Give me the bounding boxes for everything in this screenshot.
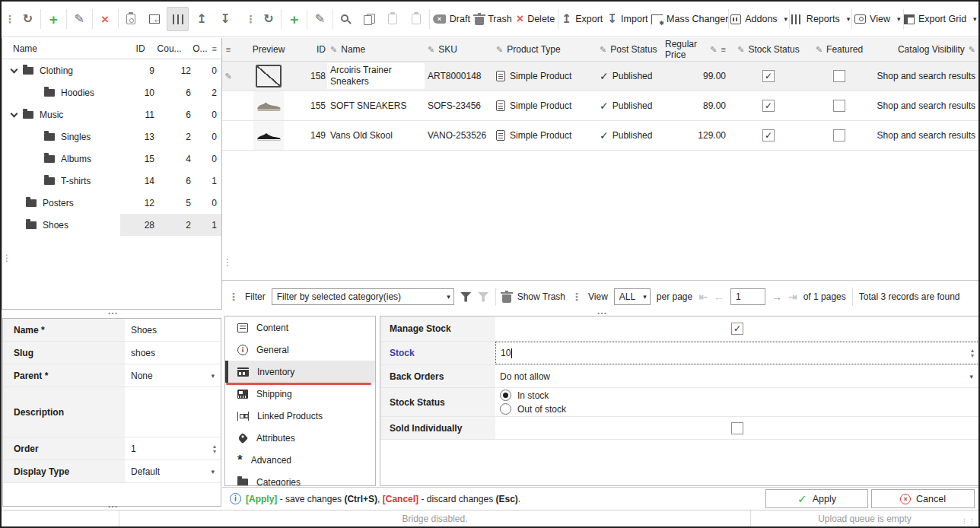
tab-attributes[interactable]: Attributes [225, 427, 375, 449]
stock-status-cell[interactable] [732, 129, 805, 142]
product-type[interactable]: Simple Product [493, 100, 597, 111]
view-button[interactable]: View▾ [854, 7, 902, 31]
col-product-type[interactable]: ✎Product Type [493, 44, 597, 55]
product-name-cell[interactable]: Arcoiris Trainer Sneakers [327, 63, 425, 89]
download-categories-button[interactable]: ↧ [214, 7, 236, 31]
filter-select[interactable]: Filter by selected category(ies) ▾ [272, 288, 454, 305]
reports-button[interactable]: Reports▾ [791, 7, 850, 31]
tab-advanced[interactable]: *Advanced [225, 449, 375, 471]
col-regular-price[interactable]: Regular Price✎≡ [662, 39, 732, 60]
add-product-button[interactable]: + [283, 7, 305, 31]
apply-button[interactable]: ✓Apply [765, 489, 868, 508]
catalog-visibility[interactable]: Shop and search results [873, 71, 978, 81]
tab-categories[interactable]: Categories [225, 471, 375, 486]
manage-stock-checkbox[interactable] [731, 323, 743, 335]
radio-selected-icon[interactable] [500, 390, 511, 401]
last-page-button[interactable]: ⇥ [788, 291, 797, 303]
product-sku[interactable]: SOFS-23456 [425, 100, 493, 111]
product-type[interactable]: Simple Product [493, 71, 597, 81]
col-post-status[interactable]: ✎Post Status [597, 44, 662, 55]
stock-status-cell[interactable] [732, 100, 805, 112]
cancel-button[interactable]: Cancel [871, 489, 975, 508]
regular-price[interactable]: 89.00 [662, 100, 732, 111]
clear-filter-icon[interactable] [478, 292, 489, 302]
product-row-149[interactable]: 149 Vans Old Skool VANO-253526 Simple Pr… [222, 121, 978, 151]
tree-row-music[interactable]: Music 11 6 0 [2, 103, 221, 126]
stock-status-cell[interactable] [732, 70, 805, 82]
first-page-button[interactable]: ⇤ [698, 291, 708, 303]
splitter-grip[interactable]: ⋮ [2, 253, 11, 263]
export-grid-button[interactable]: Export Grid▾ [905, 7, 976, 31]
col-featured[interactable]: ✎Featured [805, 44, 873, 55]
product-row-158[interactable]: ✎ 158 Arcoiris Trainer Sneakers ART80001… [222, 62, 978, 91]
delete-button[interactable]: ×Delete [515, 7, 556, 31]
col-stock-status[interactable]: ✎Stock Status [732, 44, 805, 55]
back-orders-select[interactable]: Do not allow▾ [495, 365, 979, 387]
refresh-products-button[interactable]: ↻ [257, 7, 279, 31]
category-order-stepper[interactable]: 1▴▾ [125, 437, 221, 460]
tree-row-albums[interactable]: Albums 15 4 0 [2, 148, 221, 170]
tree-col-name[interactable]: Name [2, 43, 115, 54]
col-sku[interactable]: ✎SKU [425, 44, 493, 55]
product-name-cell[interactable]: Vans Old Skool [327, 130, 425, 141]
featured-cell[interactable] [805, 70, 873, 82]
show-trash-label[interactable]: Show Trash [517, 291, 565, 302]
col-catalog-visibility[interactable]: Catalog Visibility✎ [873, 44, 978, 55]
tree-col-order[interactable]: O... [182, 43, 212, 54]
preview-clipboard-button[interactable] [119, 7, 142, 31]
edit-category-button[interactable]: ✎ [68, 7, 91, 31]
featured-checkbox[interactable] [833, 129, 845, 142]
tab-general[interactable]: General [225, 339, 375, 361]
splitter-handle[interactable]: ... [108, 306, 118, 316]
featured-checkbox[interactable] [833, 70, 845, 82]
spinner-arrows-icon[interactable]: ▴▾ [971, 344, 974, 362]
out-of-stock-option[interactable]: Out of stock [500, 403, 566, 415]
paste-button[interactable] [382, 7, 404, 31]
image-adjust-button[interactable] [143, 7, 165, 31]
tree-row-posters[interactable]: Posters 12 5 0 [2, 192, 221, 214]
featured-cell[interactable] [805, 129, 873, 142]
stock-status-checkbox[interactable] [762, 129, 775, 142]
edit-product-button[interactable]: ✎ [309, 7, 331, 31]
stock-status-checkbox[interactable] [762, 70, 775, 82]
product-row-155[interactable]: 155 SOFT SNEAKERS SOFS-23456 Simple Prod… [222, 91, 978, 121]
add-category-button[interactable]: + [43, 7, 65, 31]
product-preview[interactable] [234, 65, 303, 87]
tab-inventory[interactable]: Inventory [225, 361, 375, 383]
catalog-visibility[interactable]: Shop and search results [873, 100, 978, 111]
splitter-handle[interactable]: ... [597, 306, 607, 316]
apply-filter-icon[interactable] [460, 292, 472, 302]
tree-row-hoodies[interactable]: Hoodies 10 6 2 [2, 81, 221, 103]
import-button[interactable]: ↧Import [606, 7, 649, 31]
tree-row-singles[interactable]: Singles 13 2 0 [2, 126, 221, 148]
product-sku[interactable]: VANO-253526 [425, 130, 493, 141]
next-page-button[interactable]: → [772, 291, 782, 303]
export-button[interactable]: ↥Export [560, 7, 604, 31]
addons-button[interactable]: Addons▾ [730, 7, 788, 31]
tab-shipping[interactable]: Shipping [225, 383, 375, 405]
sort-icon[interactable]: ≡ [212, 44, 221, 53]
radio-icon[interactable] [500, 403, 511, 415]
mass-changer-button[interactable]: Mass Changer [653, 7, 727, 31]
chevron-down-icon[interactable] [11, 65, 18, 73]
product-sku[interactable]: ART8000148 [425, 71, 493, 81]
splitter-grip[interactable]: ⋮ [223, 257, 232, 268]
featured-cell[interactable] [805, 100, 873, 112]
toolbar-grip[interactable]: ⋮ [5, 14, 15, 24]
category-display-type-select[interactable]: Default▾ [125, 460, 221, 482]
product-name-cell[interactable]: SOFT SNEAKERS [327, 100, 425, 111]
col-preview[interactable]: Preview [234, 44, 303, 55]
copy-button[interactable] [358, 7, 380, 31]
category-parent-select[interactable]: None▾ [125, 364, 221, 386]
tree-col-id[interactable]: ID [115, 43, 145, 54]
product-type[interactable]: Simple Product [493, 130, 597, 141]
upload-categories-button[interactable]: ↥ [190, 7, 212, 31]
toggle-columns-button[interactable] [167, 7, 189, 31]
product-preview[interactable] [234, 121, 303, 150]
col-name[interactable]: ✎Name [327, 44, 425, 55]
refresh-categories-button[interactable]: ↻ [17, 7, 39, 31]
tree-col-count[interactable]: Cou... [145, 43, 182, 54]
tab-linked-products[interactable]: Linked Products [225, 405, 375, 427]
delete-category-button[interactable]: × [94, 7, 116, 31]
per-page-select[interactable]: ALL ▾ [614, 288, 651, 305]
